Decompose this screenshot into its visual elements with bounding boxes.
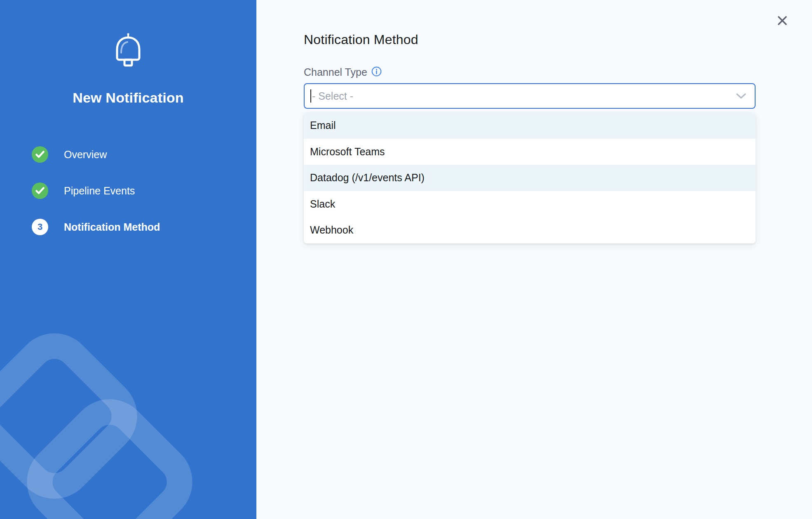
select-placeholder: - Select -	[312, 90, 353, 102]
step-label: Notification Method	[64, 221, 160, 233]
notification-method-panel: Notification Method Channel Type - Selec…	[256, 0, 812, 519]
chevron-down-icon[interactable]	[736, 93, 746, 99]
option-microsoft-teams[interactable]: Microsoft Teams	[304, 139, 756, 165]
step-number-badge: 3	[32, 219, 48, 235]
channel-type-label: Channel Type	[304, 66, 367, 78]
close-icon	[777, 15, 788, 27]
step-label: Overview	[64, 149, 107, 161]
close-button[interactable]	[775, 14, 789, 28]
step-pipeline-events[interactable]: Pipeline Events	[32, 182, 256, 199]
step-notification-method[interactable]: 3 Notification Method	[32, 219, 256, 235]
check-icon	[32, 146, 48, 163]
bell-icon	[111, 31, 146, 71]
step-overview[interactable]: Overview	[32, 146, 256, 163]
page-title: Notification Method	[304, 32, 812, 47]
info-icon[interactable]	[371, 66, 382, 78]
channel-type-select[interactable]: - Select -	[304, 83, 756, 109]
check-icon	[32, 182, 48, 199]
wizard-sidebar: New Notification Overview Pipeline Event…	[0, 0, 256, 519]
text-cursor	[310, 89, 311, 103]
channel-type-dropdown: Email Microsoft Teams Datadog (/v1/event…	[304, 112, 756, 243]
step-label: Pipeline Events	[64, 185, 135, 197]
option-slack[interactable]: Slack	[304, 191, 756, 217]
wizard-steps: Overview Pipeline Events 3 Notification …	[0, 146, 256, 235]
wizard-title: New Notification	[0, 90, 256, 106]
option-email[interactable]: Email	[304, 112, 756, 139]
option-webhook[interactable]: Webhook	[304, 217, 756, 243]
option-datadog[interactable]: Datadog (/v1/events API)	[304, 165, 756, 191]
